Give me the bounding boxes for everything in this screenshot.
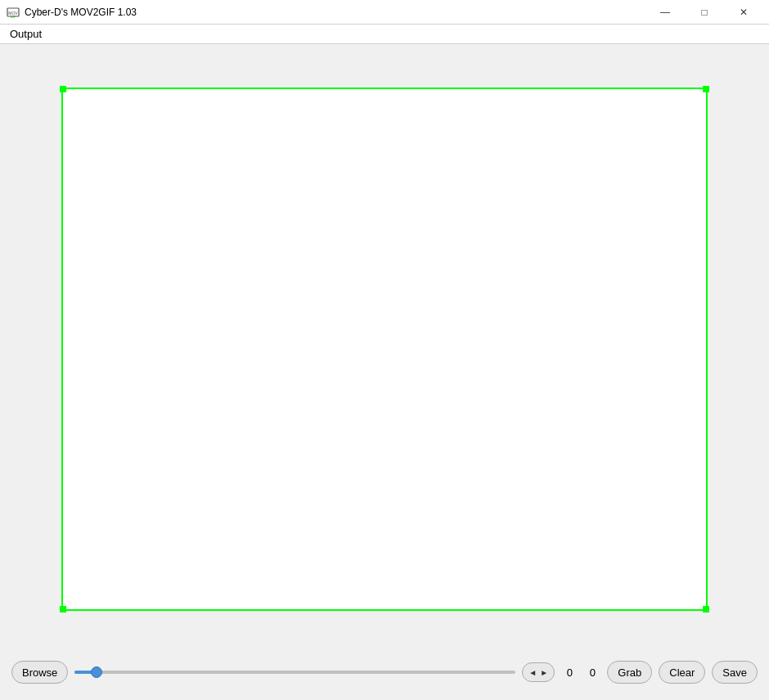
slider-track[interactable] xyxy=(74,671,515,674)
app-icon: MOV GIF xyxy=(7,6,20,19)
save-button[interactable]: Save xyxy=(712,661,758,684)
title-bar: MOV GIF Cyber-D's MOV2GIF 1.03 — □ ✕ xyxy=(0,0,769,25)
frame-display: 0 xyxy=(561,666,578,679)
menu-bar: Output xyxy=(0,25,769,44)
handle-bottom-left xyxy=(60,606,66,612)
slider-thumb[interactable] xyxy=(91,666,102,678)
handle-bottom-right[interactable] xyxy=(703,606,709,612)
stepper-next-button[interactable]: ► xyxy=(539,667,549,677)
handle-top-right xyxy=(703,86,709,92)
handle-top-left[interactable] xyxy=(60,86,66,92)
clear-button[interactable]: Clear xyxy=(659,661,705,684)
grab-button[interactable]: Grab xyxy=(607,661,652,684)
close-button[interactable]: ✕ xyxy=(725,0,762,25)
slider-container xyxy=(74,671,515,674)
canvas-container xyxy=(61,88,708,611)
frame-counter: 0 xyxy=(584,666,600,679)
stepper-prev-button[interactable]: ◄ xyxy=(528,667,537,677)
frame-stepper: ◄ ► xyxy=(522,662,555,682)
window-title: Cyber-D's MOV2GIF 1.03 xyxy=(25,7,646,18)
window-controls: — □ ✕ xyxy=(646,0,762,25)
browse-button[interactable]: Browse xyxy=(11,661,68,684)
svg-text:GIF: GIF xyxy=(11,14,16,18)
main-content: Browse ◄ ► 0 0 Grab Clear Save xyxy=(0,44,769,700)
maximize-button[interactable]: □ xyxy=(686,0,723,25)
menu-output[interactable]: Output xyxy=(3,26,48,42)
canvas-box xyxy=(61,88,708,611)
bottom-toolbar: Browse ◄ ► 0 0 Grab Clear Save xyxy=(8,653,761,692)
minimize-button[interactable]: — xyxy=(646,0,684,25)
preview-area xyxy=(8,52,761,646)
